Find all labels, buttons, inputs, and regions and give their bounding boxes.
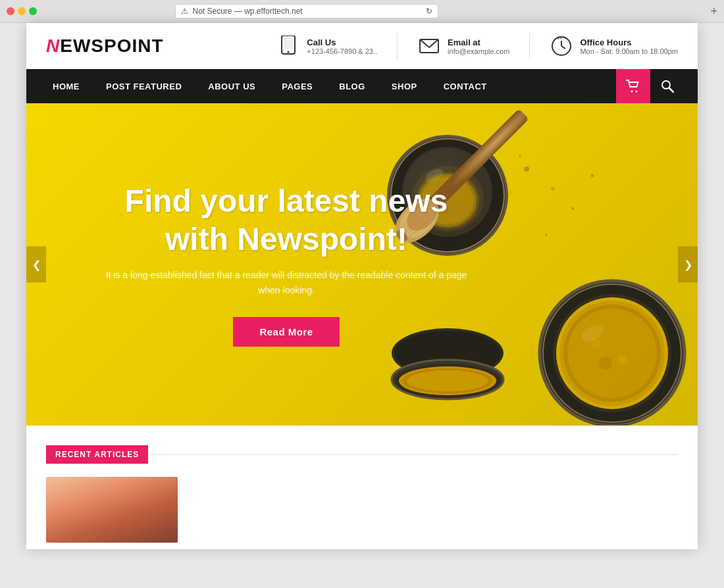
articles-header: RECENT ARTICLES <box>46 445 678 464</box>
phone-detail: +123-456-7890 & 23.. <box>307 47 377 55</box>
hero-cta-button[interactable]: Read More <box>233 317 339 347</box>
dot-red[interactable] <box>7 7 14 15</box>
new-tab-button[interactable]: + <box>710 5 717 18</box>
articles-label: RECENT ARTICLES <box>46 445 148 464</box>
svg-point-16 <box>551 187 555 191</box>
url-text: Not Secure — wp.efforttech.net <box>192 7 302 16</box>
articles-section: RECENT ARTICLES <box>26 426 698 549</box>
dot-yellow[interactable] <box>18 7 26 15</box>
cart-button[interactable] <box>616 69 650 103</box>
email-icon <box>417 34 441 58</box>
email-detail: info@example.com <box>448 47 509 55</box>
address-bar[interactable]: ⚠ Not Secure — wp.efforttech.net ↻ <box>175 4 438 18</box>
articles-grid <box>46 477 678 543</box>
slider-next-button[interactable]: ❯ <box>678 247 698 283</box>
nav-pages[interactable]: PAGES <box>269 70 326 103</box>
nav-home[interactable]: HOME <box>39 70 93 103</box>
phone-info: Call Us +123-456-7890 & 23.. <box>307 37 377 55</box>
svg-point-22 <box>591 174 594 178</box>
svg-point-57 <box>621 333 629 341</box>
svg-point-17 <box>571 207 574 210</box>
article-thumb-image <box>46 477 178 543</box>
logo-letter-n: N <box>46 36 60 56</box>
navbar: HOME POST FEATURED ABOUT US PAGES BLOG S… <box>26 69 698 103</box>
svg-point-9 <box>636 91 638 93</box>
site-header: NEWSPOINT Call Us +123-456-7890 & 23.. <box>26 23 698 69</box>
hero-content: Find your latest news with Newspoint! It… <box>105 182 467 347</box>
header-email: Email at info@example.com <box>417 34 509 58</box>
divider-2 <box>529 33 530 59</box>
refresh-icon[interactable]: ↻ <box>426 7 432 16</box>
articles-divider-line <box>148 454 678 455</box>
hero-title: Find your latest news with Newspoint! <box>105 182 467 258</box>
search-button[interactable] <box>650 69 685 103</box>
email-info: Email at info@example.com <box>448 37 509 55</box>
lock-icon: ⚠ <box>181 7 188 16</box>
nav-about-us[interactable]: ABOUT US <box>195 70 269 103</box>
svg-point-14 <box>524 166 529 172</box>
hours-title: Office Hours <box>580 37 678 47</box>
svg-text:24: 24 <box>557 36 562 40</box>
article-card <box>46 477 178 543</box>
article-thumbnail <box>46 477 178 543</box>
svg-point-70 <box>407 370 488 391</box>
svg-point-19 <box>519 155 521 157</box>
dot-green[interactable] <box>29 7 37 15</box>
logo-text: EWSPOINT <box>60 36 163 56</box>
slider-prev-button[interactable]: ❮ <box>26 247 46 283</box>
divider-1 <box>397 33 398 59</box>
email-title: Email at <box>448 37 509 47</box>
nav-post-featured[interactable]: POST FEATURED <box>93 70 195 103</box>
header-phone: Call Us +123-456-7890 & 23.. <box>276 34 377 58</box>
nav-contact[interactable]: CONTACT <box>430 70 500 103</box>
svg-point-20 <box>546 234 548 236</box>
svg-rect-1 <box>284 37 293 49</box>
nav-blog[interactable]: BLOG <box>326 70 378 103</box>
hours-detail: Mon - Sat: 9.00am to 18.00pm <box>580 47 678 55</box>
nav-links: HOME POST FEATURED ABOUT US PAGES BLOG S… <box>39 70 616 103</box>
svg-point-58 <box>599 356 612 370</box>
header-hours: 24 Office Hours Mon - Sat: 9.00am to 18.… <box>550 34 678 58</box>
phone-title: Call Us <box>307 37 377 47</box>
hero-subtitle: It is a long established fact that a rea… <box>105 268 467 297</box>
hero-section: Find your latest news with Newspoint! It… <box>26 103 698 426</box>
clock-icon: 24 <box>550 34 573 58</box>
website-container: NEWSPOINT Call Us +123-456-7890 & 23.. <box>26 23 698 549</box>
svg-point-55 <box>567 308 657 398</box>
hours-info: Office Hours Mon - Sat: 9.00am to 18.00p… <box>580 37 678 55</box>
nav-shop[interactable]: SHOP <box>378 70 430 103</box>
browser-dots <box>7 7 37 15</box>
site-logo: NEWSPOINT <box>46 36 164 57</box>
header-contacts: Call Us +123-456-7890 & 23.. Email at in… <box>276 33 678 59</box>
svg-line-11 <box>669 88 673 92</box>
phone-icon <box>276 34 300 58</box>
svg-point-8 <box>631 91 633 93</box>
browser-chrome: ⚠ Not Secure — wp.efforttech.net ↻ + <box>0 0 724 23</box>
svg-point-2 <box>288 51 290 53</box>
svg-point-59 <box>617 355 627 364</box>
